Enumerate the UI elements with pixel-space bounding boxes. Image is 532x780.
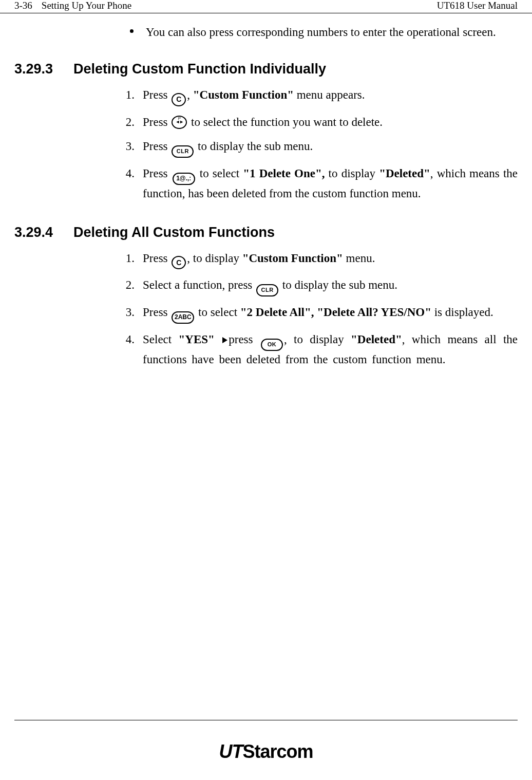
clr-key-icon: CLR: [172, 145, 194, 158]
clr-key-icon: CLR: [256, 284, 278, 296]
logo-text: UTStarcom: [219, 741, 313, 762]
section-title: Deleting Custom Function Individually: [73, 61, 326, 77]
text: ,: [187, 88, 193, 101]
list-item: 3. Press 2ABC to select "2 Delete All", …: [117, 304, 518, 324]
list-body: Press CLR to display the sub menu.: [143, 138, 518, 158]
header-manual-title: UT618 User Manual: [437, 0, 518, 11]
section-heading-1: 3.29.3 Deleting Custom Function Individu…: [14, 61, 518, 77]
text: menu.: [343, 252, 375, 265]
bold-text: "2 Delete All", "Delete All? YES/NO": [240, 306, 431, 319]
text: to select: [196, 167, 243, 180]
page-content: You can also press corresponding numbers…: [0, 13, 532, 368]
list-number: 4.: [117, 165, 135, 182]
text: Press: [143, 252, 170, 265]
list-body: Select a function, press CLR to display …: [143, 276, 518, 296]
text: to display: [325, 167, 379, 180]
list-body: Press 1@.,: to select "1 Delete One", to…: [143, 165, 518, 202]
list-number: 3.: [117, 138, 135, 155]
ok-key-icon: OK: [261, 339, 283, 351]
text: Select a function, press: [143, 278, 255, 291]
text: is displayed.: [431, 306, 493, 319]
page-header: 3-36 Setting Up Your Phone UT618 User Ma…: [0, 0, 532, 13]
text: Press: [143, 116, 170, 128]
bold-text: "1 Delete One",: [243, 167, 325, 180]
list-number: 1.: [117, 86, 135, 103]
bold-text: "Deleted": [351, 333, 402, 346]
text: to select: [195, 306, 240, 319]
text: to display the sub menu.: [279, 278, 397, 291]
text: press: [229, 333, 260, 346]
text: Press: [143, 306, 170, 319]
text: , to display: [187, 252, 242, 265]
text: , to display: [284, 333, 351, 346]
bold-text: "Deleted": [379, 167, 430, 180]
header-page-number: 3-36: [14, 0, 32, 11]
list-item: 3. Press CLR to display the sub menu.: [117, 138, 518, 158]
list-item: 1. Press C, "Custom Function" menu appea…: [117, 86, 518, 106]
list-item: 2. Select a function, press CLR to displ…: [117, 276, 518, 296]
text: Select: [143, 333, 179, 346]
header-chapter: Setting Up Your Phone: [42, 0, 131, 11]
section1-list: 1. Press C, "Custom Function" menu appea…: [117, 86, 518, 202]
list-number: 2.: [117, 276, 135, 293]
bullet-icon: [130, 29, 134, 33]
section-number: 3.29.4: [14, 225, 73, 240]
list-item: 4. Select "YES" press OK, to display "De…: [117, 331, 518, 368]
text: Press: [143, 140, 170, 153]
section-heading-2: 3.29.4 Deleting All Custom Functions: [14, 225, 518, 240]
section-number: 3.29.3: [14, 61, 73, 77]
list-body: Press C, to display "Custom Function" me…: [143, 250, 518, 269]
list-number: 2.: [117, 114, 135, 131]
bold-text: "Custom Function": [193, 88, 294, 101]
list-item: 4. Press 1@.,: to select "1 Delete One",…: [117, 165, 518, 202]
section-title: Deleting All Custom Functions: [73, 225, 275, 240]
text: Press: [143, 167, 172, 180]
list-body: Press ◄► to select the function you want…: [143, 114, 518, 131]
c-key-icon: C: [172, 256, 186, 269]
text: to select the function you want to delet…: [188, 116, 383, 128]
intro-bullet: You can also press corresponding numbers…: [130, 24, 518, 41]
text: menu appears.: [294, 88, 365, 101]
nav-key-icon: ◄►: [172, 116, 187, 129]
list-body: Press 2ABC to select "2 Delete All", "De…: [143, 304, 518, 324]
text: Press: [143, 88, 170, 101]
footer-rule: [14, 720, 518, 720]
two-key-icon: 2ABC: [172, 311, 194, 324]
list-item: 2. Press ◄► to select the function you w…: [117, 114, 518, 131]
triangle-icon: [222, 337, 227, 343]
list-number: 3.: [117, 304, 135, 321]
one-key-icon: 1@.,:: [173, 173, 195, 185]
list-body: Press C, "Custom Function" menu appears.: [143, 86, 518, 106]
intro-bullet-text: You can also press corresponding numbers…: [146, 24, 496, 41]
list-item: 1. Press C, to display "Custom Function"…: [117, 250, 518, 269]
footer-logo: UTStarcom: [0, 741, 532, 763]
section2-list: 1. Press C, to display "Custom Function"…: [117, 250, 518, 368]
c-key-icon: C: [172, 93, 186, 106]
list-number: 1.: [117, 250, 135, 267]
list-number: 4.: [117, 331, 135, 348]
list-body: Select "YES" press OK, to display "Delet…: [143, 331, 518, 368]
bold-text: "YES": [179, 333, 215, 346]
text: to display the sub menu.: [195, 140, 313, 153]
bold-text: "Custom Function": [242, 252, 343, 265]
